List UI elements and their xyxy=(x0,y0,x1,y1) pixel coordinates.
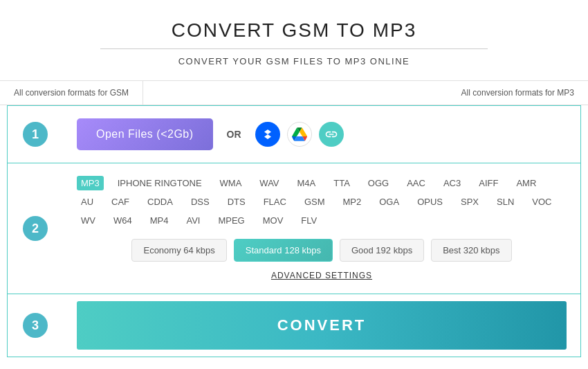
format-tag-m4a[interactable]: M4A xyxy=(293,176,320,190)
format-tag-au[interactable]: AU xyxy=(77,195,98,209)
quality-btn-standard[interactable]: Standard 128 kbps xyxy=(234,239,333,262)
quality-btn-best[interactable]: Best 320 kbps xyxy=(431,239,511,262)
step1-circle: 1 xyxy=(23,122,48,147)
format-tag-mpeg[interactable]: MPEG xyxy=(214,213,248,228)
format-tag-spx[interactable]: SPX xyxy=(457,195,483,209)
quality-row: Economy 64 kbpsStandard 128 kbpsGood 192… xyxy=(77,239,567,262)
format-tag-voc[interactable]: VOC xyxy=(528,195,555,209)
format-grid: MP3IPHONE RINGTONEWMAWAVM4ATTAOGGAACAC3A… xyxy=(77,176,567,228)
advanced-settings-link[interactable]: ADVANCED SETTINGS xyxy=(271,271,372,280)
format-tag-opus[interactable]: OPUS xyxy=(413,195,447,209)
page-subtitle: CONVERT YOUR GSM FILES TO MP3 ONLINE xyxy=(14,56,574,66)
step2-content: MP3IPHONE RINGTONEWMAWAVM4ATTAOGGAACAC3A… xyxy=(63,163,580,294)
format-tag-wma[interactable]: WMA xyxy=(216,176,246,190)
format-tag-wv[interactable]: WV xyxy=(77,213,100,228)
format-tag-aac[interactable]: AAC xyxy=(403,176,430,190)
format-tag-oga[interactable]: OGA xyxy=(375,195,403,209)
format-tag-ac3[interactable]: AC3 xyxy=(439,176,465,190)
header-divider xyxy=(100,48,488,49)
format-tag-flac[interactable]: FLAC xyxy=(259,195,291,209)
format-tag-tta[interactable]: TTA xyxy=(329,176,354,190)
page-header: CONVERT GSM TO MP3 CONVERT YOUR GSM FILE… xyxy=(0,0,588,80)
main-content: 1 Open Files (<2Gb) OR xyxy=(7,105,581,357)
format-tag-caf[interactable]: CAF xyxy=(107,195,134,209)
step1-row: 1 Open Files (<2Gb) OR xyxy=(8,106,580,163)
format-tag-gsm[interactable]: GSM xyxy=(300,195,329,209)
format-tag-mp2[interactable]: MP2 xyxy=(339,195,366,209)
format-tag-dss[interactable]: DSS xyxy=(187,195,214,209)
step3-circle: 3 xyxy=(23,313,48,338)
open-files-button[interactable]: Open Files (<2Gb) xyxy=(77,118,213,150)
page-title: CONVERT GSM TO MP3 xyxy=(14,19,574,42)
format-tag-wav[interactable]: WAV xyxy=(255,176,283,190)
format-tag-w64[interactable]: W64 xyxy=(109,213,136,228)
format-tag-sln[interactable]: SLN xyxy=(493,195,518,209)
gdrive-icon[interactable] xyxy=(287,122,312,147)
format-tag-flv[interactable]: FLV xyxy=(297,213,321,228)
step1-number-col: 1 xyxy=(8,122,63,147)
step2-circle: 2 xyxy=(23,216,48,241)
cloud-icons xyxy=(255,122,344,147)
format-tag-mp3[interactable]: MP3 xyxy=(77,176,104,190)
step3-content: CONVERT xyxy=(63,294,580,357)
quality-btn-economy[interactable]: Economy 64 kbps xyxy=(131,239,226,262)
step3-row: 3 CONVERT xyxy=(8,294,580,357)
advanced-link: ADVANCED SETTINGS xyxy=(77,269,567,281)
link-icon[interactable] xyxy=(319,122,344,147)
format-tag-aiff[interactable]: AIFF xyxy=(475,176,502,190)
step2-row: 2 MP3IPHONE RINGTONEWMAWAVM4ATTAOGGAACAC… xyxy=(8,163,580,294)
format-tag-dts[interactable]: DTS xyxy=(223,195,250,209)
format-tag-avi[interactable]: AVI xyxy=(182,213,204,228)
format-tag-ogg[interactable]: OGG xyxy=(364,176,393,190)
format-tag-cdda[interactable]: CDDA xyxy=(143,195,177,209)
tabs-bar: All conversion formats for GSM All conve… xyxy=(0,80,588,105)
convert-button[interactable]: CONVERT xyxy=(77,301,567,350)
format-tag-iphone-ringtone[interactable]: IPHONE RINGTONE xyxy=(113,176,206,190)
tab-mp3-formats[interactable]: All conversion formats for MP3 xyxy=(448,81,588,105)
tab-gsm-formats[interactable]: All conversion formats for GSM xyxy=(0,81,143,105)
step2-number-col: 2 xyxy=(8,216,63,241)
dropbox-icon[interactable] xyxy=(255,122,280,147)
quality-btn-good[interactable]: Good 192 kbps xyxy=(340,239,424,262)
format-tag-mov[interactable]: MOV xyxy=(259,213,288,228)
step3-number-col: 3 xyxy=(8,313,63,338)
step1-content: Open Files (<2Gb) OR xyxy=(63,106,580,163)
format-tag-mp4[interactable]: MP4 xyxy=(146,213,173,228)
or-label: OR xyxy=(227,129,241,140)
format-tag-amr[interactable]: AMR xyxy=(512,176,540,190)
